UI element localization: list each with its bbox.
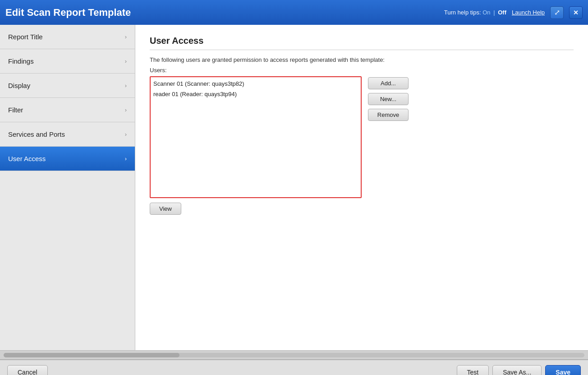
expand-icon-button[interactable]: ⤢ bbox=[550, 6, 564, 19]
users-area-row: Scanner 01 (Scanner: quays3tp82) reader … bbox=[150, 76, 574, 198]
expand-icon: ⤢ bbox=[554, 8, 560, 17]
save-button[interactable]: Save bbox=[545, 365, 581, 375]
main-container: Report Title › Findings › Display › Filt… bbox=[0, 25, 588, 350]
sidebar-item-label: User Access bbox=[8, 155, 46, 162]
sidebar-item-services-and-ports[interactable]: Services and Ports › bbox=[0, 122, 135, 147]
sidebar-item-report-title[interactable]: Report Title › bbox=[0, 25, 135, 49]
sidebar-item-filter[interactable]: Filter › bbox=[0, 98, 135, 122]
chevron-right-icon: › bbox=[125, 155, 127, 162]
scrollbar-area[interactable] bbox=[0, 350, 588, 359]
view-button[interactable]: View bbox=[150, 203, 181, 215]
sidebar-item-label: Display bbox=[8, 82, 30, 89]
test-button[interactable]: Test bbox=[457, 365, 489, 375]
users-label: Users: bbox=[150, 67, 574, 74]
launch-help-button[interactable]: Launch Help bbox=[512, 9, 545, 16]
footer: Cancel Test Save As... Save bbox=[0, 359, 588, 375]
sidebar-item-label: Filter bbox=[8, 106, 23, 114]
content-description: The following users are granted permissi… bbox=[150, 56, 574, 63]
content-title: User Access bbox=[150, 36, 574, 50]
sidebar-item-label: Findings bbox=[8, 57, 34, 65]
footer-right: Test Save As... Save bbox=[457, 365, 581, 375]
sidebar-item-findings[interactable]: Findings › bbox=[0, 49, 135, 74]
list-item[interactable]: Scanner 01 (Scanner: quays3tp82) bbox=[153, 79, 358, 89]
chevron-right-icon: › bbox=[125, 33, 127, 40]
remove-button[interactable]: Remove bbox=[368, 109, 409, 121]
chevron-right-icon: › bbox=[125, 58, 127, 65]
sidebar-item-user-access[interactable]: User Access › bbox=[0, 147, 135, 171]
content-area: User Access The following users are gran… bbox=[135, 25, 588, 350]
chevron-right-icon: › bbox=[125, 106, 127, 113]
add-button[interactable]: Add... bbox=[368, 77, 409, 89]
save-as-button[interactable]: Save As... bbox=[492, 365, 542, 375]
header-controls: Turn help tips: On | Off Launch Help ⤢ ✕ bbox=[444, 6, 583, 19]
page-title: Edit Scan Report Template bbox=[5, 7, 131, 19]
action-buttons: Add... New... Remove bbox=[368, 76, 409, 121]
footer-left: Cancel bbox=[7, 365, 48, 375]
new-button[interactable]: New... bbox=[368, 93, 409, 105]
sidebar-item-display[interactable]: Display › bbox=[0, 74, 135, 98]
cancel-button[interactable]: Cancel bbox=[7, 365, 48, 375]
header: Edit Scan Report Template Turn help tips… bbox=[0, 0, 588, 25]
sidebar: Report Title › Findings › Display › Filt… bbox=[0, 25, 135, 350]
help-tips-label: Turn help tips: On | Off bbox=[444, 9, 506, 16]
users-listbox[interactable]: Scanner 01 (Scanner: quays3tp82) reader … bbox=[150, 76, 362, 198]
close-button[interactable]: ✕ bbox=[569, 6, 583, 19]
list-item[interactable]: reader 01 (Reader: quays3tp94) bbox=[153, 89, 358, 100]
scrollbar-track[interactable] bbox=[4, 353, 584, 357]
chevron-right-icon: › bbox=[125, 131, 127, 138]
sidebar-item-label: Services and Ports bbox=[8, 130, 65, 138]
close-icon: ✕ bbox=[573, 9, 579, 16]
chevron-right-icon: › bbox=[125, 82, 127, 89]
scrollbar-thumb[interactable] bbox=[4, 353, 179, 357]
sidebar-item-label: Report Title bbox=[8, 33, 43, 41]
